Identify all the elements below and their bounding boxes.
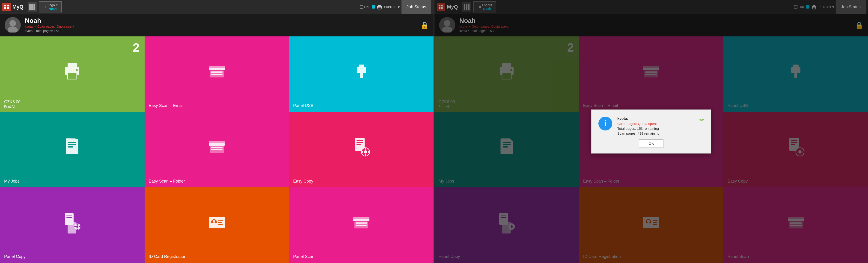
tile-panel-usb-left[interactable]: Panel USB	[289, 36, 434, 112]
tile-my-jobs-left[interactable]: My Jobs	[0, 112, 145, 188]
scanner-email-icon-left	[205, 60, 228, 83]
logo-icon-left	[2, 3, 10, 11]
line-label-left: LINE	[364, 5, 371, 8]
svg-point-55	[212, 223, 216, 225]
printer-tile-icon-left	[61, 60, 84, 83]
panel-usb-label-left: Panel USB	[293, 103, 313, 108]
svg-rect-48	[76, 223, 78, 225]
tile-easy-scan-email-left[interactable]: Easy Scan – Email	[145, 36, 289, 112]
modal-scan-pages: Scan pages: 439 remaining	[617, 131, 692, 135]
svg-rect-30	[211, 147, 222, 148]
svg-rect-44	[66, 217, 72, 218]
easy-scan-folder-label-left: Easy Scan – Folder	[149, 179, 185, 184]
right-screen: MyQ ⇥ Logout Noah LINE	[434, 0, 868, 263]
logo-left: MyQ	[2, 3, 24, 11]
svg-point-37	[364, 150, 367, 154]
svg-rect-1	[7, 5, 9, 6]
svg-rect-51	[79, 226, 81, 227]
svg-point-9	[8, 27, 18, 32]
svg-rect-56	[218, 220, 223, 221]
svg-point-8	[9, 20, 16, 27]
svg-rect-20	[359, 65, 364, 67]
left-screen: MyQ ⇥ Logout Noah LINE	[0, 0, 434, 263]
scanner2-icon-left	[350, 211, 373, 234]
modal-dialog: i kvota: Color pages: Quota spent Total …	[591, 109, 711, 154]
tile-print-all-left[interactable]: 2 CZK6.00 Print All	[0, 36, 145, 112]
logout-button-left[interactable]: ⇥ Logout Noah	[39, 1, 62, 12]
svg-point-7	[380, 7, 381, 7]
tile-panel-copy-left[interactable]: Panel Copy	[0, 187, 145, 263]
modal-footer: OK	[598, 139, 704, 148]
easy-copy-label-left: Easy Copy	[293, 179, 313, 184]
svg-rect-50	[74, 226, 75, 227]
print-all-badge-left: 2	[133, 40, 140, 55]
avatar-left	[5, 17, 21, 33]
logout-icon-left: ⇥	[43, 4, 46, 9]
svg-rect-2	[4, 7, 6, 9]
tile-easy-scan-folder-left[interactable]: Easy Scan – Folder	[145, 112, 289, 188]
modal-overlay: i kvota: Color pages: Quota spent Total …	[434, 0, 868, 263]
my-jobs-label-left: My Jobs	[4, 179, 20, 184]
line-printer-left: LINE PRINTER ▾	[360, 4, 400, 9]
job-status-button-left[interactable]: Job Status	[402, 0, 431, 14]
modal-body: i kvota: Color pages: Quota spent Total …	[598, 117, 704, 135]
svg-rect-52	[209, 217, 225, 228]
svg-rect-22	[66, 139, 78, 154]
modal-ok-button[interactable]: OK	[639, 139, 663, 148]
svg-rect-35	[356, 144, 361, 145]
app-name-left: MyQ	[12, 4, 24, 10]
tile-grid-left: 2 CZK6.00 Print All Easy Scan – Email Pa…	[0, 36, 434, 263]
svg-rect-6	[378, 7, 381, 9]
id-card-label-left: ID Card Registration	[149, 254, 186, 259]
modal-kvota-label: kvota:	[617, 117, 692, 121]
svg-rect-33	[356, 140, 363, 141]
svg-rect-0	[4, 5, 6, 6]
svg-rect-38	[365, 148, 366, 150]
svg-rect-18	[211, 74, 222, 75]
svg-point-47	[76, 225, 79, 228]
line-checkbox-left[interactable]	[360, 5, 363, 8]
panel-scan-label-left: Panel Scan	[293, 254, 314, 259]
user-quota-color-left: kvota • Color pages: Quota spent	[25, 25, 74, 28]
user-info-left: Noah kvota • Color pages: Quota spent kv…	[25, 18, 74, 33]
svg-rect-21	[360, 73, 363, 78]
pencil-icon: ✏	[700, 117, 704, 123]
svg-rect-43	[66, 216, 72, 216]
svg-rect-19	[357, 67, 366, 73]
svg-rect-41	[368, 151, 370, 153]
modal-color-quota: Color pages: Quota spent	[617, 122, 692, 126]
printer-icon-left	[376, 4, 383, 9]
user-name-left: Noah	[25, 18, 74, 24]
tile-id-card-left[interactable]: ID Card Registration	[145, 187, 289, 263]
svg-rect-63	[355, 225, 367, 226]
tile-easy-copy-left[interactable]: Easy Copy	[289, 112, 434, 188]
svg-rect-62	[355, 223, 367, 224]
printer-label-left: PRINTER	[384, 5, 396, 8]
id-card-icon-left	[205, 211, 228, 234]
svg-rect-25	[68, 146, 73, 147]
svg-point-13	[76, 69, 78, 71]
user-quota-total-left: kvota • Total pages: 153	[25, 29, 74, 33]
gear-document2-icon-left	[61, 211, 84, 234]
topbar-left: MyQ ⇥ Logout Noah LINE	[0, 0, 434, 14]
document-icon-left	[61, 135, 84, 158]
svg-rect-3	[7, 7, 9, 9]
lock-icon-left: 🔒	[421, 21, 429, 29]
print-all-sublabel-left: Print All	[4, 105, 15, 108]
svg-rect-17	[211, 71, 222, 73]
modal-info-icon: i	[598, 117, 612, 130]
svg-point-54	[213, 220, 215, 223]
numpad-left[interactable]	[28, 2, 37, 11]
svg-rect-5	[378, 5, 381, 6]
scanner-folder-icon-left	[205, 135, 228, 158]
user-header-left: Noah kvota • Color pages: Quota spent kv…	[0, 14, 434, 36]
svg-rect-39	[365, 154, 366, 156]
tile-panel-scan-left[interactable]: Panel Scan	[289, 187, 434, 263]
easy-scan-email-label-left: Easy Scan – Email	[149, 103, 184, 108]
logout-label-left: Logout	[48, 3, 58, 7]
printer-dropdown-left[interactable]: ▾	[398, 5, 400, 9]
svg-rect-24	[68, 144, 76, 145]
svg-rect-12	[68, 73, 77, 79]
modal-content: kvota: Color pages: Quota spent Total pa…	[617, 117, 692, 135]
svg-rect-60	[353, 217, 369, 220]
